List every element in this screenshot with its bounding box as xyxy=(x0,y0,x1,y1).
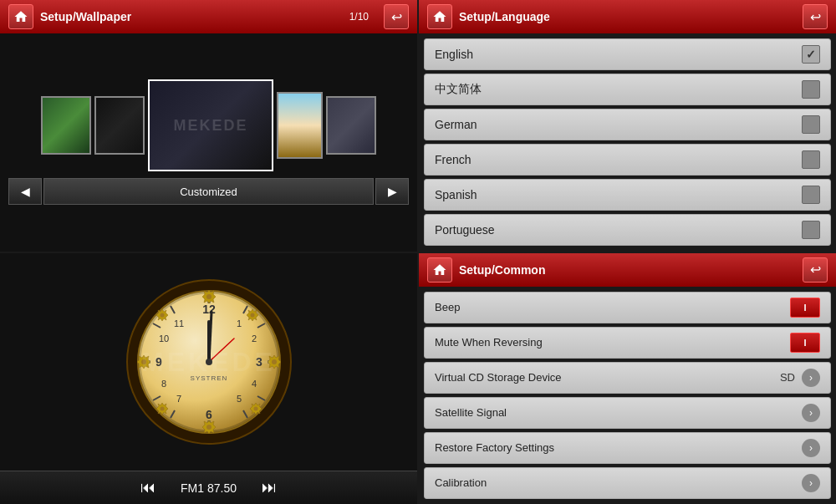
lang-label-spanish: Spanish xyxy=(435,188,802,201)
lang-check-french xyxy=(802,150,820,169)
common-title: Setup/Common xyxy=(459,263,796,277)
lang-item-english[interactable]: English xyxy=(424,38,831,70)
setting-satellite-label: Satellite Signal xyxy=(435,406,802,419)
fm-label: FM1 87.50 xyxy=(181,481,237,495)
setting-virtual-cd-label: Virtual CD Storage Device xyxy=(435,371,780,384)
lang-item-spanish[interactable]: Spanish xyxy=(424,179,831,211)
lang-check-spanish xyxy=(802,186,820,204)
setting-beep[interactable]: Beep I xyxy=(424,292,831,323)
setting-virtual-cd-value: SD xyxy=(780,371,795,384)
svg-text:5: 5 xyxy=(236,394,241,404)
lang-check-german xyxy=(802,115,820,134)
setting-beep-toggle[interactable]: I xyxy=(790,298,820,318)
svg-point-41 xyxy=(160,406,164,410)
svg-text:1: 1 xyxy=(236,318,241,328)
wallpaper-title: Setup/Wallpaper xyxy=(40,10,343,23)
clock-panel: MEKEDE xyxy=(0,253,417,505)
wallpaper-back-button[interactable]: ↩ xyxy=(384,4,409,29)
home-icon-lang xyxy=(432,9,447,24)
lang-label-chinese: 中文简体 xyxy=(435,82,802,97)
gear-9 xyxy=(137,355,150,369)
gear-12 xyxy=(202,290,216,303)
svg-text:7: 7 xyxy=(176,394,181,404)
wallpaper-home-button[interactable] xyxy=(8,4,33,29)
setting-calibration-chevron[interactable]: › xyxy=(802,474,820,492)
svg-point-47 xyxy=(206,359,212,365)
common-panel: Setup/Common ↩ Beep I Mute When Reversin… xyxy=(419,253,836,505)
common-settings-list: Beep I Mute When Reversing I Virtual CD … xyxy=(419,287,836,505)
wallpaper-thumb-1[interactable] xyxy=(41,96,91,155)
svg-text:3: 3 xyxy=(256,355,263,369)
svg-point-31 xyxy=(272,359,277,364)
svg-text:6: 6 xyxy=(206,408,212,421)
wallpaper-thumb-2[interactable] xyxy=(94,96,145,155)
setting-virtual-cd[interactable]: Virtual CD Storage Device SD › xyxy=(424,362,831,394)
wallpaper-content: ◀ Customized ▶ xyxy=(0,33,417,252)
common-back-button[interactable]: ↩ xyxy=(803,257,828,283)
lang-label-english: English xyxy=(435,48,802,61)
setting-mute[interactable]: Mute When Reversing I xyxy=(424,327,831,359)
wallpaper-customized-label[interactable]: Customized xyxy=(43,178,374,205)
svg-point-29 xyxy=(206,294,212,299)
language-header: Setup/Language ↩ xyxy=(419,0,836,33)
svg-text:2: 2 xyxy=(251,333,256,344)
svg-point-43 xyxy=(160,313,164,317)
lang-label-french: French xyxy=(435,153,802,166)
lang-item-portuguese[interactable]: Portuguese xyxy=(424,214,831,246)
clock-bottom-bar: ⏮ FM1 87.50 ⏭ xyxy=(0,471,417,504)
lang-check-english xyxy=(802,45,820,64)
setting-restore[interactable]: Restore Factory Settings › xyxy=(424,432,831,464)
language-list: English 中文简体 German French Spanish Portu… xyxy=(419,33,836,252)
clock-face: 12 3 6 9 1 2 4 5 7 8 10 11 SYSTREN xyxy=(125,278,293,445)
lang-label-german: German xyxy=(435,118,802,131)
svg-text:10: 10 xyxy=(158,333,168,344)
setting-satellite[interactable]: Satellite Signal › xyxy=(424,397,831,429)
lang-check-chinese xyxy=(802,80,820,99)
prev-track-button[interactable]: ⏮ xyxy=(140,479,155,496)
common-home-button[interactable] xyxy=(427,257,452,283)
gear-3 xyxy=(268,355,281,369)
setting-satellite-chevron[interactable]: › xyxy=(802,404,820,422)
home-icon xyxy=(13,9,28,24)
setting-restore-label: Restore Factory Settings xyxy=(435,441,802,454)
language-back-button[interactable]: ↩ xyxy=(803,4,828,29)
home-icon-common xyxy=(432,262,447,277)
wallpaper-thumbnails xyxy=(8,79,409,171)
wallpaper-nav: ◀ Customized ▶ xyxy=(8,178,409,205)
svg-text:12: 12 xyxy=(202,303,216,316)
wallpaper-prev-button[interactable]: ◀ xyxy=(8,178,42,205)
lang-item-chinese[interactable]: 中文简体 xyxy=(424,74,831,105)
setting-beep-label: Beep xyxy=(435,301,790,313)
common-header: Setup/Common ↩ xyxy=(419,253,836,287)
setting-calibration-label: Calibration xyxy=(435,476,802,489)
setting-restore-chevron[interactable]: › xyxy=(802,439,820,457)
setting-virtual-cd-chevron[interactable]: › xyxy=(802,369,820,387)
setting-calibration[interactable]: Calibration › xyxy=(424,467,831,499)
wallpaper-next-button[interactable]: ▶ xyxy=(375,178,409,205)
language-home-button[interactable] xyxy=(427,4,452,29)
wallpaper-header: Setup/Wallpaper 1/10 ↩ xyxy=(0,0,417,33)
svg-point-39 xyxy=(253,406,257,410)
setting-mute-toggle[interactable]: I xyxy=(790,333,820,353)
svg-point-35 xyxy=(141,359,146,364)
lang-check-portuguese xyxy=(802,221,820,239)
svg-point-37 xyxy=(250,313,254,317)
svg-text:SYSTREN: SYSTREN xyxy=(190,374,227,382)
wallpaper-thumb-3[interactable] xyxy=(277,92,323,159)
language-title: Setup/Language xyxy=(459,10,796,23)
svg-point-33 xyxy=(206,425,212,430)
svg-text:4: 4 xyxy=(251,379,256,389)
wallpaper-page: 1/10 xyxy=(349,11,369,23)
wallpaper-thumb-main[interactable] xyxy=(148,79,273,171)
lang-item-french[interactable]: French xyxy=(424,144,831,176)
gear-6 xyxy=(202,420,216,434)
wallpaper-thumb-4[interactable] xyxy=(326,96,376,155)
wallpaper-panel: Setup/Wallpaper 1/10 ↩ ◀ Customized ▶ xyxy=(0,0,417,252)
language-panel: Setup/Language ↩ English 中文简体 German Fre… xyxy=(419,0,836,252)
setting-mute-label: Mute When Reversing xyxy=(435,336,790,349)
lang-label-portuguese: Portuguese xyxy=(435,223,802,237)
svg-text:9: 9 xyxy=(155,355,162,369)
next-track-button[interactable]: ⏭ xyxy=(262,479,277,496)
svg-text:11: 11 xyxy=(173,318,183,328)
lang-item-german[interactable]: German xyxy=(424,109,831,140)
